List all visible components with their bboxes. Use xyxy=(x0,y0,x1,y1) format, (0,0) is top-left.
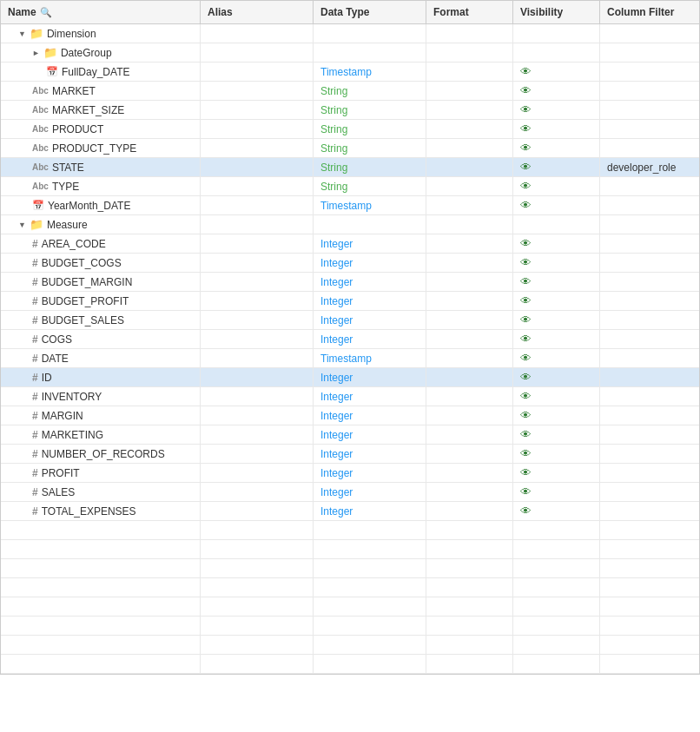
margin-visibility[interactable]: 👁 xyxy=(513,406,600,425)
eye-icon[interactable]: 👁 xyxy=(520,142,532,155)
market-row[interactable]: Abc MARKET String 👁 xyxy=(1,82,699,101)
type-name-cell[interactable]: Abc TYPE xyxy=(1,177,201,195)
margin-name-cell[interactable]: # MARGIN xyxy=(1,406,201,425)
sales-name-cell[interactable]: # SALES xyxy=(1,483,201,501)
eye-icon[interactable]: 👁 xyxy=(520,180,532,193)
eye-icon[interactable]: 👁 xyxy=(520,256,532,269)
market-size-visibility[interactable]: 👁 xyxy=(513,101,600,119)
total-expenses-row[interactable]: # TOTAL_EXPENSES Integer 👁 xyxy=(1,502,699,521)
dimension-chevron-icon[interactable]: ▼ xyxy=(18,30,26,38)
eye-icon[interactable]: 👁 xyxy=(520,84,532,97)
type-row[interactable]: Abc TYPE String 👁 xyxy=(1,177,699,196)
eye-icon[interactable]: 👁 xyxy=(520,333,532,346)
sales-visibility[interactable]: 👁 xyxy=(513,483,600,501)
date-name-cell[interactable]: # DATE xyxy=(1,349,201,367)
budget-profit-name-cell[interactable]: # BUDGET_PROFIT xyxy=(1,292,201,310)
id-name-cell[interactable]: # ID xyxy=(1,368,201,386)
cogs-visibility[interactable]: 👁 xyxy=(513,330,600,348)
market-size-row[interactable]: Abc MARKET_SIZE String 👁 xyxy=(1,101,699,120)
product-name-cell[interactable]: Abc PRODUCT xyxy=(1,120,201,138)
eye-icon[interactable]: 👁 xyxy=(520,409,532,422)
yearmonth-name-cell[interactable]: 📅 YearMonth_DATE xyxy=(1,196,201,214)
eye-icon[interactable]: 👁 xyxy=(520,485,532,498)
state-visibility[interactable]: 👁 xyxy=(513,158,600,176)
budget-margin-row[interactable]: # BUDGET_MARGIN Integer 👁 xyxy=(1,273,699,292)
budget-profit-visibility[interactable]: 👁 xyxy=(513,292,600,310)
total-expenses-visibility[interactable]: 👁 xyxy=(513,502,600,520)
eye-icon[interactable]: 👁 xyxy=(520,237,532,250)
margin-row[interactable]: # MARGIN Integer 👁 xyxy=(1,406,699,425)
marketing-visibility[interactable]: 👁 xyxy=(513,425,600,444)
marketing-name-cell[interactable]: # MARKETING xyxy=(1,425,201,444)
date-row[interactable]: # DATE Timestamp 👁 xyxy=(1,349,699,368)
number-of-records-name-cell[interactable]: # NUMBER_OF_RECORDS xyxy=(1,445,201,463)
eye-icon[interactable]: 👁 xyxy=(520,466,532,479)
area-code-visibility[interactable]: 👁 xyxy=(513,234,600,253)
product-type-name-cell[interactable]: Abc PRODUCT_TYPE xyxy=(1,139,201,157)
cogs-name-cell[interactable]: # COGS xyxy=(1,330,201,348)
eye-icon[interactable]: 👁 xyxy=(520,122,532,135)
eye-icon[interactable]: 👁 xyxy=(520,275,532,288)
date-visibility[interactable]: 👁 xyxy=(513,349,600,367)
eye-icon[interactable]: 👁 xyxy=(520,504,532,518)
budget-cogs-row[interactable]: # BUDGET_COGS Integer 👁 xyxy=(1,254,699,273)
marketing-row[interactable]: # MARKETING Integer 👁 xyxy=(1,425,699,445)
product-row[interactable]: Abc PRODUCT String 👁 xyxy=(1,120,699,139)
market-size-name-cell[interactable]: Abc MARKET_SIZE xyxy=(1,101,201,119)
number-of-records-visibility[interactable]: 👁 xyxy=(513,445,600,463)
eye-icon[interactable]: 👁 xyxy=(520,428,532,441)
eye-icon[interactable]: 👁 xyxy=(520,161,532,174)
budget-sales-name-cell[interactable]: # BUDGET_SALES xyxy=(1,311,201,329)
fullday-date-visibility[interactable]: 👁 xyxy=(513,63,600,81)
eye-icon[interactable]: 👁 xyxy=(520,352,532,365)
budget-sales-visibility[interactable]: 👁 xyxy=(513,311,600,329)
product-type-visibility[interactable]: 👁 xyxy=(513,139,600,157)
inventory-row[interactable]: # INVENTORY Integer 👁 xyxy=(1,387,699,406)
fullday-date-name-cell[interactable]: 📅 FullDay_DATE xyxy=(1,63,201,81)
eye-icon[interactable]: 👁 xyxy=(520,313,532,326)
eye-icon[interactable]: 👁 xyxy=(520,199,532,212)
id-row[interactable]: # ID Integer 👁 xyxy=(1,368,699,387)
budget-margin-name-cell[interactable]: # BUDGET_MARGIN xyxy=(1,273,201,291)
dategroup-chevron-icon[interactable]: ► xyxy=(32,49,40,57)
yearmonth-date-row[interactable]: 📅 YearMonth_DATE Timestamp 👁 xyxy=(1,196,699,215)
profit-visibility[interactable]: 👁 xyxy=(513,464,600,482)
fullday-date-row[interactable]: 📅 FullDay_DATE Timestamp 👁 xyxy=(1,63,699,82)
measure-label-cell[interactable]: ▼ 📁 Measure xyxy=(1,215,201,234)
eye-icon[interactable]: 👁 xyxy=(520,390,532,403)
type-visibility[interactable]: 👁 xyxy=(513,177,600,195)
market-name-cell[interactable]: Abc MARKET xyxy=(1,82,201,100)
profit-name-cell[interactable]: # PROFIT xyxy=(1,464,201,482)
measure-chevron-icon[interactable]: ▼ xyxy=(18,221,26,229)
yearmonth-visibility[interactable]: 👁 xyxy=(513,196,600,214)
total-expenses-name-cell[interactable]: # TOTAL_EXPENSES xyxy=(1,502,201,520)
area-code-row[interactable]: # AREA_CODE Integer 👁 xyxy=(1,234,699,254)
eye-icon[interactable]: 👁 xyxy=(520,294,532,307)
eye-icon[interactable]: 👁 xyxy=(520,65,532,78)
measure-section-header[interactable]: ▼ 📁 Measure xyxy=(1,215,699,234)
inventory-name-cell[interactable]: # INVENTORY xyxy=(1,387,201,406)
budget-margin-visibility[interactable]: 👁 xyxy=(513,273,600,291)
inventory-visibility[interactable]: 👁 xyxy=(513,387,600,406)
cogs-row[interactable]: # COGS Integer 👁 xyxy=(1,330,699,349)
dimension-label-cell[interactable]: ▼ 📁 Dimension xyxy=(1,24,201,43)
eye-icon[interactable]: 👁 xyxy=(520,371,532,384)
market-visibility[interactable]: 👁 xyxy=(513,82,600,100)
area-code-name-cell[interactable]: # AREA_CODE xyxy=(1,234,201,253)
eye-icon[interactable]: 👁 xyxy=(520,103,532,116)
budget-profit-row[interactable]: # BUDGET_PROFIT Integer 👁 xyxy=(1,292,699,311)
budget-sales-row[interactable]: # BUDGET_SALES Integer 👁 xyxy=(1,311,699,330)
profit-row[interactable]: # PROFIT Integer 👁 xyxy=(1,464,699,483)
search-icon[interactable]: 🔍 xyxy=(40,7,52,18)
product-visibility[interactable]: 👁 xyxy=(513,120,600,138)
dimension-section-header[interactable]: ▼ 📁 Dimension xyxy=(1,24,699,43)
dategroup-row[interactable]: ► 📁 DateGroup xyxy=(1,43,699,63)
number-of-records-row[interactable]: # NUMBER_OF_RECORDS Integer 👁 xyxy=(1,445,699,464)
state-name-cell[interactable]: Abc STATE xyxy=(1,158,201,176)
dategroup-name-cell[interactable]: ► 📁 DateGroup xyxy=(1,43,201,62)
product-type-row[interactable]: Abc PRODUCT_TYPE String 👁 xyxy=(1,139,699,158)
state-row[interactable]: Abc STATE String 👁 developer_role xyxy=(1,158,699,177)
id-visibility[interactable]: 👁 xyxy=(513,368,600,386)
budget-cogs-name-cell[interactable]: # BUDGET_COGS xyxy=(1,254,201,272)
eye-icon[interactable]: 👁 xyxy=(520,447,532,460)
